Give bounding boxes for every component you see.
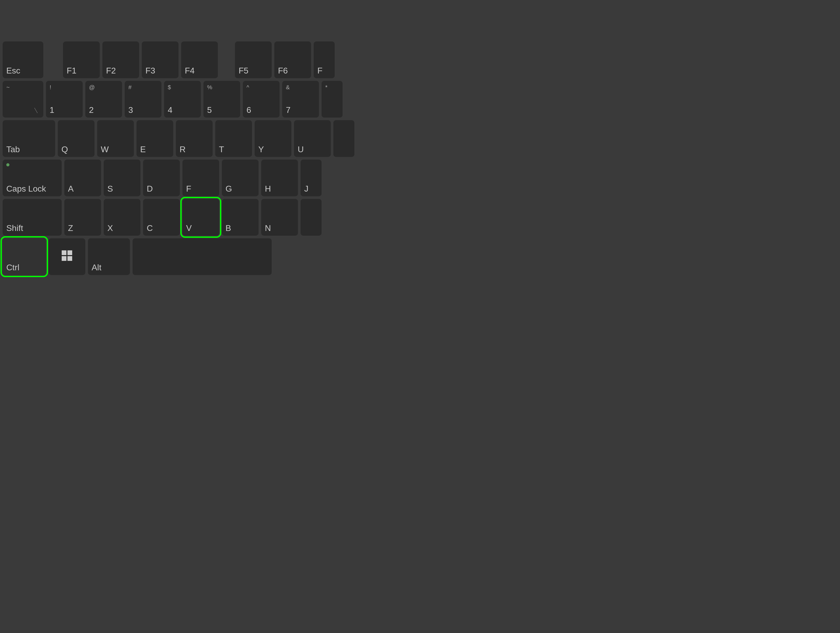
key-alt[interactable]: Alt — [88, 238, 130, 275]
key-z-label: Z — [68, 223, 73, 233]
key-y[interactable]: Y — [255, 120, 291, 157]
svg-rect-1 — [68, 250, 72, 255]
key-caps-lock-label: Caps Lock — [6, 184, 46, 194]
key-v-label: V — [186, 223, 192, 233]
key-x[interactable]: X — [104, 199, 141, 236]
key-1-top: ! — [50, 84, 51, 91]
key-4[interactable]: $ 4 — [164, 81, 201, 118]
key-8-top: * — [325, 84, 328, 91]
number-row: ~ ﹨ ! 1 @ 2 # 3 $ 4 % 5 ^ 6 & 7 — [3, 81, 417, 118]
svg-rect-2 — [62, 256, 66, 261]
key-c-label: C — [147, 223, 153, 233]
key-u-label: U — [298, 145, 304, 154]
key-6-top: ^ — [246, 84, 249, 91]
key-space[interactable] — [133, 238, 272, 275]
key-s-label: S — [107, 184, 113, 194]
key-3-label: 3 — [128, 105, 133, 115]
key-n-label: N — [265, 223, 271, 233]
key-2[interactable]: @ 2 — [85, 81, 122, 118]
key-u[interactable]: U — [294, 120, 331, 157]
key-ctrl-label: Ctrl — [6, 263, 19, 272]
key-esc-label: Esc — [6, 66, 20, 76]
svg-rect-0 — [62, 250, 66, 255]
key-f2-label: F2 — [106, 66, 116, 76]
key-e-label: E — [140, 145, 146, 154]
key-e[interactable]: E — [136, 120, 173, 157]
key-z[interactable]: Z — [64, 199, 101, 236]
key-4-top: $ — [168, 84, 171, 91]
key-caps-lock[interactable]: Caps Lock — [3, 159, 62, 196]
key-t[interactable]: T — [215, 120, 252, 157]
key-c[interactable]: C — [143, 199, 180, 236]
key-f3[interactable]: F3 — [142, 41, 178, 78]
key-r[interactable]: R — [176, 120, 213, 157]
key-7-label: 7 — [286, 105, 291, 115]
key-tab[interactable]: Tab — [3, 120, 55, 157]
key-5[interactable]: % 5 — [204, 81, 240, 118]
key-1[interactable]: ! 1 — [46, 81, 83, 118]
svg-rect-3 — [68, 256, 72, 261]
caps-row: Caps Lock A S D F G H J — [3, 159, 417, 196]
key-3[interactable]: # 3 — [125, 81, 161, 118]
key-2-top: @ — [89, 84, 95, 91]
key-j-partial[interactable]: J — [300, 159, 322, 196]
key-f3-label: F3 — [145, 66, 155, 76]
key-a-label: A — [68, 184, 74, 194]
key-8-partial[interactable]: * — [322, 81, 343, 118]
key-f4-label: F4 — [185, 66, 194, 76]
key-f7-label: F — [317, 66, 323, 76]
key-f5[interactable]: F5 — [235, 41, 272, 78]
key-g[interactable]: G — [222, 159, 259, 196]
key-f6[interactable]: F6 — [274, 41, 311, 78]
key-5-label: 5 — [207, 105, 212, 115]
key-backtick-label: ﹨ — [33, 106, 39, 115]
shift-row: Shift Z X C V B N — [3, 199, 417, 236]
key-7-top: & — [286, 84, 290, 91]
key-y-label: Y — [258, 145, 264, 154]
key-d[interactable]: D — [143, 159, 180, 196]
key-shift[interactable]: Shift — [3, 199, 62, 236]
key-j-label: J — [304, 184, 308, 194]
key-f1-label: F1 — [67, 66, 76, 76]
key-6[interactable]: ^ 6 — [243, 81, 279, 118]
key-w[interactable]: W — [97, 120, 134, 157]
key-i-partial[interactable] — [333, 120, 354, 157]
key-2-label: 2 — [89, 105, 94, 115]
key-g-label: G — [226, 184, 232, 194]
key-3-top: # — [128, 84, 131, 91]
key-x-label: X — [107, 223, 113, 233]
ctrl-row: Ctrl Alt — [3, 238, 417, 275]
key-esc[interactable]: Esc — [3, 41, 43, 78]
key-d-label: D — [147, 184, 153, 194]
key-7[interactable]: & 7 — [282, 81, 319, 118]
keyboard: Esc F1 F2 F3 F4 F5 F6 F ~ ﹨ — [3, 41, 417, 275]
key-h[interactable]: H — [261, 159, 298, 196]
key-w-label: W — [101, 145, 109, 154]
key-f4[interactable]: F4 — [181, 41, 218, 78]
key-m-partial[interactable] — [300, 199, 322, 236]
key-s[interactable]: S — [104, 159, 141, 196]
fn-row: Esc F1 F2 F3 F4 F5 F6 F — [3, 41, 417, 78]
key-f7-partial[interactable]: F — [314, 41, 335, 78]
key-v[interactable]: V — [182, 199, 219, 236]
key-shift-label: Shift — [6, 223, 23, 233]
key-f5-label: F5 — [238, 66, 248, 76]
key-q[interactable]: Q — [58, 120, 95, 157]
key-4-label: 4 — [168, 105, 172, 115]
key-b[interactable]: B — [222, 199, 259, 236]
key-f1[interactable]: F1 — [63, 41, 100, 78]
win-icon — [61, 250, 73, 264]
key-h-label: H — [265, 184, 271, 194]
key-win[interactable] — [49, 238, 85, 275]
key-backtick-top: ~ — [6, 84, 10, 91]
key-f-label: F — [186, 184, 191, 194]
key-b-label: B — [226, 223, 231, 233]
key-r-label: R — [180, 145, 186, 154]
key-n[interactable]: N — [261, 199, 298, 236]
key-f[interactable]: F — [182, 159, 219, 196]
key-alt-label: Alt — [92, 263, 101, 272]
key-backtick[interactable]: ~ ﹨ — [3, 81, 43, 118]
key-ctrl[interactable]: Ctrl — [3, 238, 46, 275]
key-a[interactable]: A — [64, 159, 101, 196]
key-f2[interactable]: F2 — [103, 41, 139, 78]
